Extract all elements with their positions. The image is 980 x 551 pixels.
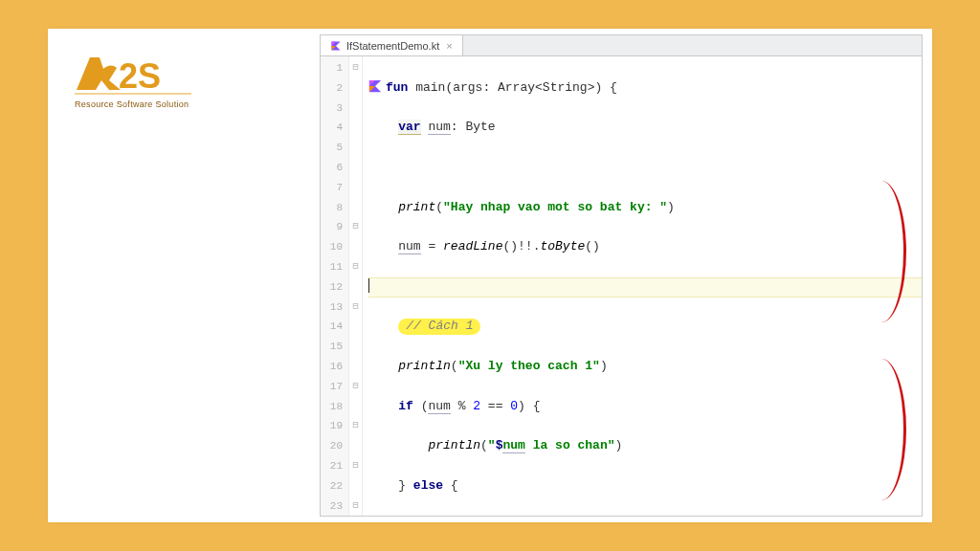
code-editor: IfStatementDemo.kt × 123 456 789 101112 …: [320, 34, 923, 517]
brand-logo: 2S Resource Software Solution: [71, 52, 205, 109]
kotlin-run-icon[interactable]: [368, 79, 382, 93]
code-content[interactable]: fun main(args: Array<String>) { var num:…: [363, 56, 922, 516]
tab-bar: IfStatementDemo.kt ×: [321, 35, 922, 56]
line-number-gutter: 123 456 789 101112 131415 161718 192021 …: [321, 56, 349, 516]
card: 2S Resource Software Solution IfStatemen…: [48, 29, 932, 522]
code-area[interactable]: 123 456 789 101112 131415 161718 192021 …: [321, 56, 922, 516]
tab-filename: IfStatementDemo.kt: [346, 40, 439, 52]
text-caret: [368, 278, 369, 293]
logo-icon: 2S: [71, 52, 195, 99]
fold-gutter: ⊟ ⊟⊟ ⊟ ⊟⊟ ⊟⊟: [349, 56, 363, 516]
svg-text:2S: 2S: [119, 56, 161, 96]
logo-tagline: Resource Software Solution: [71, 99, 205, 109]
editor-tab[interactable]: IfStatementDemo.kt ×: [321, 35, 463, 55]
kotlin-file-icon: [330, 40, 342, 52]
close-icon[interactable]: ×: [446, 40, 452, 52]
